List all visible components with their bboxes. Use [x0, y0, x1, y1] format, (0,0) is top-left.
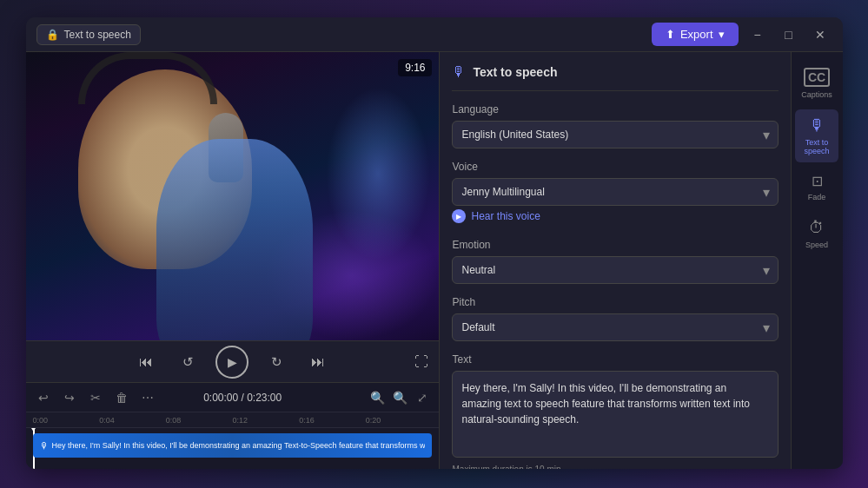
minimize-button[interactable]: −	[745, 23, 770, 47]
delete-icon: 🗑	[116, 391, 128, 405]
text-to-speech-label: Text to speech	[798, 138, 835, 155]
language-select-wrapper: English (United States) Spanish French	[452, 121, 778, 148]
sidebar-item-captions[interactable]: CC Captions	[795, 61, 838, 106]
emotion-group: Emotion Neutral Cheerful Sad	[452, 239, 778, 284]
video-panel: 9:16 ⏮ ↺ ▶ ↻ ⏭ ⛶	[26, 52, 441, 469]
ruler-mark-4: 0:16	[299, 416, 366, 425]
export-button[interactable]: ⬆ Export ▾	[652, 23, 739, 46]
video-area: 9:16	[26, 52, 440, 340]
tts-form: 🎙 Text to speech Language English (Unite…	[440, 52, 790, 469]
minimize-icon: −	[753, 28, 760, 42]
redo-icon: ↪	[64, 391, 75, 405]
skip-back-icon: ⏮	[139, 354, 153, 370]
redo-button[interactable]: ↪	[59, 387, 80, 408]
cut-button[interactable]: ✂	[85, 387, 106, 408]
title-bar-left: 🔒 Text to speech	[36, 24, 141, 45]
emotion-select[interactable]: Neutral Cheerful Sad	[452, 256, 778, 284]
maximize-button[interactable]: □	[777, 23, 801, 47]
close-icon: ✕	[815, 28, 825, 42]
timeline-ruler: 0:00 0:04 0:08 0:12 0:16 0:20	[26, 412, 440, 428]
more-button[interactable]: ⋯	[137, 387, 158, 408]
play-button[interactable]: ▶	[215, 346, 248, 379]
app-window: 🔒 Text to speech ⬆ Export ▾ − □ ✕	[26, 17, 843, 469]
badge-label: Text to speech	[64, 29, 131, 41]
sidebar-item-text-to-speech[interactable]: 🎙 Text to speech	[795, 109, 838, 162]
side-icons: CC Captions 🎙 Text to speech ⊡ Fade ⏱ Sp…	[791, 52, 843, 469]
tts-header-title: Text to speech	[473, 65, 557, 79]
voice-select-wrapper: Jenny Multilingual Aria	[452, 178, 778, 206]
max-duration-text: Maximum duration is 10 min	[452, 465, 778, 469]
hear-voice-button[interactable]: ▶ Hear this voice	[452, 206, 540, 227]
speed-icon: ⏱	[809, 219, 825, 237]
video-content	[26, 52, 440, 340]
undo-icon: ↩	[38, 391, 49, 405]
export-chevron-icon: ▾	[719, 28, 725, 41]
captions-icon: CC	[804, 68, 830, 87]
badge-lock-icon: 🔒	[46, 29, 59, 41]
headphone-decoration	[78, 52, 217, 104]
fit-icon: ⤢	[417, 391, 427, 405]
zoom-out-icon: 🔍	[370, 391, 385, 405]
cut-icon: ✂	[90, 391, 101, 405]
play-icon: ▶	[228, 355, 237, 369]
fit-button[interactable]: ⤢	[413, 388, 432, 407]
language-group: Language English (United States) Spanish…	[452, 103, 778, 148]
skip-forward-button[interactable]: ⏭	[304, 348, 332, 376]
tts-track[interactable]: 🎙 Hey there, I'm Sally! In this video, I…	[33, 433, 433, 458]
delete-button[interactable]: 🗑	[111, 387, 132, 408]
timeline-section: ↩ ↪ ✂ 🗑 ⋯ 0:00:00 / 0:23:00 🔍 🔍 ⤢ 0:00	[26, 382, 440, 469]
export-arrow-icon: ⬆	[666, 28, 675, 41]
skip-back-button[interactable]: ⏮	[132, 348, 160, 376]
rewind-button[interactable]: ↺	[174, 348, 202, 376]
ruler-mark-0: 0:00	[33, 416, 100, 425]
tts-panel: 🎙 Text to speech Language English (Unite…	[440, 52, 842, 469]
text-textarea[interactable]: Hey there, I'm Sally! In this video, I'l…	[452, 371, 778, 458]
language-select[interactable]: English (United States) Spanish French	[452, 121, 778, 148]
mic-decoration	[209, 113, 243, 182]
purple-glow-decoration	[265, 210, 439, 340]
time-badge: 9:16	[398, 59, 432, 76]
maximize-icon: □	[785, 28, 792, 42]
forward-icon: ↻	[271, 354, 282, 370]
language-label: Language	[452, 103, 778, 115]
pitch-label: Pitch	[452, 296, 778, 308]
zoom-in-icon: 🔍	[393, 391, 407, 405]
fade-icon: ⊡	[812, 173, 823, 189]
pitch-select[interactable]: Default High Low	[452, 313, 778, 341]
text-group: Text Hey there, I'm Sally! In this video…	[452, 353, 778, 469]
undo-button[interactable]: ↩	[33, 387, 54, 408]
expand-button[interactable]: ⛶	[414, 354, 428, 370]
export-label: Export	[680, 28, 713, 41]
timeline-tracks[interactable]: 🎙 Hey there, I'm Sally! In this video, I…	[26, 428, 440, 469]
text-to-speech-icon: 🎙	[809, 116, 825, 135]
close-button[interactable]: ✕	[808, 23, 832, 47]
zoom-controls: 🔍 🔍 ⤢	[368, 388, 432, 407]
sidebar-item-speed[interactable]: ⏱ Speed	[795, 212, 838, 256]
playback-controls: ⏮ ↺ ▶ ↻ ⏭ ⛶	[26, 340, 440, 382]
ruler-mark-1: 0:04	[99, 416, 166, 425]
voice-group: Voice Jenny Multilingual Aria ▶ Hear thi…	[452, 161, 778, 227]
zoom-in-button[interactable]: 🔍	[390, 388, 409, 407]
pitch-select-wrapper: Default High Low	[452, 313, 778, 341]
voice-select[interactable]: Jenny Multilingual Aria	[452, 178, 778, 206]
tts-header-icon: 🎙	[452, 64, 466, 80]
zoom-out-button[interactable]: 🔍	[368, 388, 387, 407]
hear-voice-label: Hear this voice	[471, 210, 540, 222]
rewind-icon: ↺	[182, 354, 194, 370]
ruler-mark-5: 0:20	[366, 416, 433, 425]
main-content: 9:16 ⏮ ↺ ▶ ↻ ⏭ ⛶	[26, 52, 843, 469]
more-icon: ⋯	[142, 391, 154, 405]
emotion-select-wrapper: Neutral Cheerful Sad	[452, 256, 778, 284]
tts-track-text: Hey there, I'm Sally! In this video, I'l…	[52, 441, 426, 450]
fade-label: Fade	[808, 193, 826, 201]
tts-track-icon: 🎙	[40, 441, 49, 451]
tts-badge: 🔒 Text to speech	[36, 24, 141, 45]
expand-icon: ⛶	[414, 354, 428, 369]
sidebar-item-fade[interactable]: ⊡ Fade	[795, 166, 838, 208]
speed-label: Speed	[805, 241, 828, 249]
captions-label: Captions	[801, 90, 832, 99]
text-label: Text	[452, 353, 778, 366]
tts-header: 🎙 Text to speech	[452, 64, 778, 91]
forward-button[interactable]: ↻	[262, 348, 290, 376]
time-display: 0:00:00 / 0:23:00	[203, 392, 282, 404]
